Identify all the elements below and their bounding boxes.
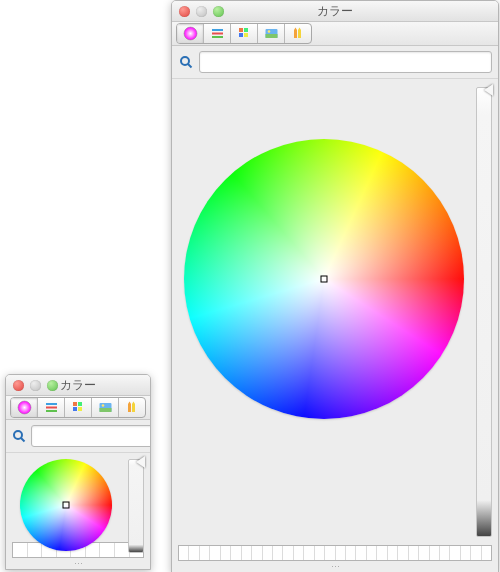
swatch[interactable] bbox=[28, 543, 43, 557]
swatch[interactable] bbox=[200, 546, 210, 560]
traffic-lights bbox=[172, 6, 224, 17]
wheel-cursor[interactable] bbox=[63, 502, 70, 509]
swatch[interactable] bbox=[346, 546, 356, 560]
svg-rect-21 bbox=[212, 33, 223, 35]
mode-toolbar bbox=[6, 396, 150, 420]
swatch[interactable] bbox=[263, 546, 273, 560]
close-button[interactable] bbox=[179, 6, 190, 17]
swatch[interactable] bbox=[315, 546, 325, 560]
swatch[interactable] bbox=[242, 546, 252, 560]
svg-rect-20 bbox=[212, 29, 223, 31]
magnifier-icon bbox=[179, 55, 193, 69]
tab-colorwheel[interactable] bbox=[177, 24, 204, 43]
tab-image[interactable] bbox=[258, 24, 285, 43]
svg-rect-3 bbox=[46, 407, 57, 409]
swatch[interactable] bbox=[221, 546, 231, 560]
tab-crayons[interactable] bbox=[285, 24, 311, 43]
tab-sliders[interactable] bbox=[204, 24, 231, 43]
search-row bbox=[172, 46, 498, 79]
swatch[interactable] bbox=[13, 543, 28, 557]
titlebar[interactable]: カラー bbox=[172, 1, 498, 22]
swatch[interactable] bbox=[356, 546, 366, 560]
tab-palette[interactable] bbox=[65, 398, 92, 417]
minimize-button[interactable] bbox=[196, 6, 207, 17]
crayons-icon bbox=[291, 26, 306, 41]
search-input[interactable] bbox=[31, 425, 151, 447]
swatch[interactable] bbox=[377, 546, 387, 560]
brightness-thumb[interactable] bbox=[136, 456, 145, 468]
colorwheel-area bbox=[172, 79, 498, 545]
close-button[interactable] bbox=[13, 380, 24, 391]
zoom-button[interactable] bbox=[47, 380, 58, 391]
tab-crayons[interactable] bbox=[119, 398, 145, 417]
swatch[interactable] bbox=[440, 546, 450, 560]
svg-point-29 bbox=[267, 30, 270, 33]
swatch[interactable] bbox=[430, 546, 440, 560]
svg-rect-24 bbox=[244, 28, 248, 32]
swatch[interactable] bbox=[273, 546, 283, 560]
tab-colorwheel[interactable] bbox=[11, 398, 38, 417]
svg-marker-15 bbox=[132, 402, 135, 405]
svg-rect-8 bbox=[78, 407, 82, 411]
swatch[interactable] bbox=[419, 546, 429, 560]
swatch-bar[interactable] bbox=[178, 545, 492, 561]
svg-rect-2 bbox=[46, 403, 57, 405]
color-picker-window-large: カラー ⋯ bbox=[171, 0, 499, 572]
svg-rect-10 bbox=[99, 408, 111, 412]
tab-palette[interactable] bbox=[231, 24, 258, 43]
resize-handle[interactable]: ⋯ bbox=[6, 561, 150, 569]
palette-icon bbox=[71, 400, 86, 415]
swatch[interactable] bbox=[471, 546, 481, 560]
svg-marker-33 bbox=[298, 28, 301, 31]
swatch[interactable] bbox=[231, 546, 241, 560]
zoom-button[interactable] bbox=[213, 6, 224, 17]
swatch[interactable] bbox=[325, 546, 335, 560]
brightness-thumb[interactable] bbox=[484, 84, 493, 96]
search-input[interactable] bbox=[199, 51, 492, 73]
swatch[interactable] bbox=[367, 546, 377, 560]
image-icon bbox=[98, 400, 113, 415]
palette-icon bbox=[237, 26, 252, 41]
tab-image[interactable] bbox=[92, 398, 119, 417]
svg-rect-26 bbox=[244, 33, 248, 37]
colorwheel-icon bbox=[17, 400, 32, 415]
swatch[interactable] bbox=[388, 546, 398, 560]
eyedropper-button[interactable] bbox=[12, 428, 26, 444]
resize-handle[interactable]: ⋯ bbox=[172, 564, 498, 572]
colorwheel-area bbox=[6, 453, 150, 542]
svg-rect-4 bbox=[46, 410, 57, 412]
mode-segmented-control bbox=[10, 397, 146, 418]
swatch[interactable] bbox=[100, 543, 115, 557]
swatch[interactable] bbox=[461, 546, 471, 560]
brightness-slider[interactable] bbox=[128, 459, 144, 553]
titlebar[interactable]: カラー bbox=[6, 375, 150, 396]
swatch[interactable] bbox=[294, 546, 304, 560]
swatch[interactable] bbox=[283, 546, 293, 560]
svg-rect-25 bbox=[239, 33, 243, 37]
swatch[interactable] bbox=[252, 546, 262, 560]
svg-rect-30 bbox=[294, 30, 297, 38]
svg-point-16 bbox=[14, 431, 22, 439]
swatch[interactable] bbox=[450, 546, 460, 560]
color-wheel[interactable] bbox=[20, 459, 112, 551]
color-wheel[interactable] bbox=[184, 139, 464, 419]
swatch[interactable] bbox=[336, 546, 346, 560]
eyedropper-button[interactable] bbox=[178, 54, 194, 70]
swatch[interactable] bbox=[210, 546, 220, 560]
swatch[interactable] bbox=[409, 546, 419, 560]
swatch[interactable] bbox=[189, 546, 199, 560]
wheel-cursor[interactable] bbox=[321, 276, 328, 283]
colorwheel-icon bbox=[183, 26, 198, 41]
traffic-lights bbox=[6, 380, 58, 391]
image-icon bbox=[264, 26, 279, 41]
swatch[interactable] bbox=[179, 546, 189, 560]
brightness-slider[interactable] bbox=[476, 87, 492, 537]
swatch[interactable] bbox=[482, 546, 491, 560]
minimize-button[interactable] bbox=[30, 380, 41, 391]
svg-rect-12 bbox=[128, 404, 131, 412]
swatch[interactable] bbox=[304, 546, 314, 560]
tab-sliders[interactable] bbox=[38, 398, 65, 417]
svg-rect-7 bbox=[73, 407, 77, 411]
svg-point-11 bbox=[101, 404, 104, 407]
swatch[interactable] bbox=[398, 546, 408, 560]
